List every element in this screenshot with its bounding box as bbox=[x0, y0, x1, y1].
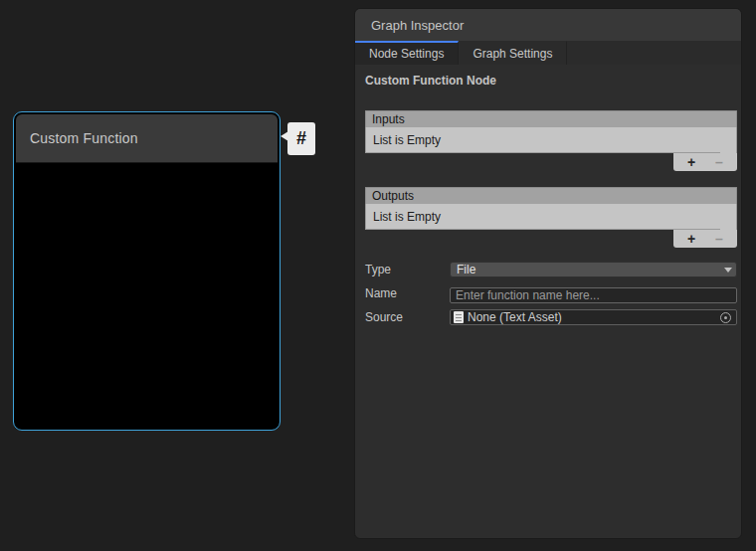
outputs-list-header: Outputs bbox=[365, 187, 737, 204]
type-label: Type bbox=[365, 263, 450, 276]
shader-graph-window: { "canvas": { "background_color": "#1f1f… bbox=[0, 0, 756, 551]
outputs-list-title: Outputs bbox=[372, 189, 414, 203]
inputs-remove-button[interactable]: – bbox=[709, 155, 729, 169]
node-hash-badge[interactable]: # bbox=[287, 122, 315, 155]
source-object-field[interactable]: None (Text Asset) bbox=[450, 309, 737, 325]
inputs-add-button[interactable]: + bbox=[681, 155, 701, 169]
type-dropdown[interactable]: File bbox=[450, 262, 737, 277]
tab-node-settings[interactable]: Node Settings bbox=[355, 41, 459, 65]
custom-function-node[interactable]: Custom Function bbox=[13, 111, 281, 431]
graph-inspector-panel: Graph Inspector Node Settings Graph Sett… bbox=[354, 8, 742, 539]
name-label: Name bbox=[365, 286, 450, 300]
inspector-tabbar: Node Settings Graph Settings bbox=[355, 41, 741, 65]
type-row: Type File bbox=[365, 262, 737, 277]
hash-icon: # bbox=[296, 128, 306, 149]
outputs-empty-label: List is Empty bbox=[373, 210, 441, 224]
inputs-list-header: Inputs bbox=[365, 110, 737, 127]
text-asset-icon bbox=[454, 311, 464, 323]
outputs-list: Outputs List is Empty + – bbox=[365, 187, 737, 249]
outputs-list-footer: + – bbox=[673, 230, 737, 248]
node-preview-area bbox=[16, 163, 278, 428]
source-row: Source None (Text Asset) bbox=[365, 309, 737, 325]
outputs-list-empty-row: List is Empty bbox=[365, 204, 737, 230]
inputs-empty-label: List is Empty bbox=[373, 133, 441, 147]
function-name-input[interactable] bbox=[450, 287, 737, 303]
source-label: Source bbox=[365, 310, 450, 324]
graph-inspector-title: Graph Inspector bbox=[371, 18, 464, 33]
inputs-list: Inputs List is Empty + – bbox=[365, 110, 737, 172]
object-picker-icon[interactable] bbox=[720, 312, 731, 323]
outputs-add-button[interactable]: + bbox=[681, 232, 701, 246]
tab-node-settings-label: Node Settings bbox=[369, 47, 444, 61]
source-object-value: None (Text Asset) bbox=[468, 310, 720, 324]
node-settings-heading: Custom Function Node bbox=[365, 74, 737, 88]
node-settings-form: Type File Name Source bbox=[365, 262, 737, 325]
name-row: Name bbox=[365, 285, 737, 301]
outputs-list-footer-row: + – bbox=[365, 230, 737, 249]
tab-graph-settings-label: Graph Settings bbox=[472, 47, 552, 61]
tab-graph-settings[interactable]: Graph Settings bbox=[459, 41, 567, 65]
node-header[interactable]: Custom Function bbox=[16, 114, 278, 163]
graph-inspector-titlebar[interactable]: Graph Inspector bbox=[355, 9, 741, 41]
node-title: Custom Function bbox=[30, 130, 138, 146]
inputs-list-footer: + – bbox=[673, 153, 737, 171]
type-dropdown-value: File bbox=[457, 263, 475, 276]
inputs-list-title: Inputs bbox=[372, 112, 405, 126]
inspector-content: Custom Function Node Inputs List is Empt… bbox=[355, 65, 741, 325]
outputs-remove-button[interactable]: – bbox=[709, 232, 729, 246]
chevron-down-icon bbox=[724, 268, 732, 273]
inputs-list-footer-row: + – bbox=[365, 153, 737, 172]
inputs-list-empty-row: List is Empty bbox=[365, 127, 737, 153]
